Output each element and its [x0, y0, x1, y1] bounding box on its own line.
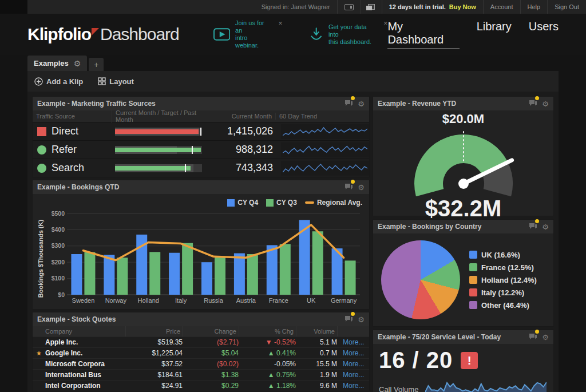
- more-link[interactable]: More...: [337, 360, 367, 368]
- price-value: $24.91: [125, 382, 183, 390]
- current-month-value: 1,415,026: [202, 125, 275, 137]
- help-link[interactable]: Help: [520, 0, 548, 14]
- copy-windows-button[interactable]: [361, 0, 382, 14]
- trial-notice[interactable]: 12 days left in trial. Buy Now: [382, 0, 483, 14]
- logo-flag-icon: [92, 28, 99, 35]
- company-name: Intel Corporation: [45, 382, 125, 390]
- panel-header: Example - Revenue YTD ⚙: [373, 97, 553, 110]
- traffic-source-label: Refer: [52, 144, 77, 156]
- comments-icon[interactable]: [529, 221, 537, 232]
- notification-dot: [535, 330, 539, 334]
- comments-icon[interactable]: [345, 98, 353, 109]
- tab-examples-label: Examples: [34, 59, 69, 68]
- volume-value: 5.1 M: [296, 338, 337, 346]
- nav-users[interactable]: Users: [529, 20, 559, 49]
- comments-icon[interactable]: [345, 182, 353, 192]
- trend-sparkline: [281, 124, 369, 139]
- sign-out-link[interactable]: Sign Out: [547, 0, 586, 14]
- get-data-promo[interactable]: Get your data into this dashboard. ×: [309, 19, 388, 49]
- table-row: Apple Inc.$519.35($2.71)▼ -0.52%5.1 MMor…: [33, 336, 369, 347]
- trend-sparkline: [281, 161, 369, 176]
- panel-header: Example - Bookings QTD ⚙: [33, 180, 369, 194]
- layout-button[interactable]: Layout: [98, 77, 134, 86]
- svg-text:Russia: Russia: [204, 297, 224, 304]
- gear-icon[interactable]: ⚙: [358, 183, 365, 192]
- company-name: International Bus: [45, 371, 125, 379]
- panel-header: Example - Bookings by Country ⚙: [373, 220, 553, 233]
- nav-library[interactable]: Library: [477, 20, 512, 49]
- panel-marketing-traffic: Example - Marketing Traffic Sources ⚙ Tr…: [32, 96, 370, 177]
- account-link[interactable]: Account: [483, 0, 520, 14]
- gear-icon[interactable]: ⚙: [358, 100, 365, 108]
- change-value: ($2.71): [183, 338, 239, 346]
- pie-legend: UK (16.6%) France (12.5%) Holland (12.4%…: [469, 251, 537, 310]
- webinar-promo[interactable]: Join us for an intro webinar. ×: [213, 19, 283, 49]
- pct-change-value: ▼ -0.52%: [239, 338, 296, 346]
- gauge-target-value: $20.0M: [373, 112, 553, 126]
- svg-text:$0: $0: [58, 291, 65, 298]
- top-bar-strip: Signed in: Janet Wagner 12 days left in …: [27, 0, 586, 14]
- klipfolio-logo[interactable]: Klipfolio Dashboard: [27, 25, 179, 44]
- more-link[interactable]: More...: [337, 382, 367, 390]
- svg-text:Norway: Norway: [105, 297, 127, 304]
- nav-my-dashboard[interactable]: My Dashboard: [387, 20, 459, 49]
- company-name: Apple Inc.: [45, 338, 125, 346]
- klipfolio-dashboard-page: Signed in: Janet Wagner 12 days left in …: [0, 0, 586, 392]
- gear-icon[interactable]: ⚙: [542, 100, 549, 108]
- legend-swatch: [227, 199, 235, 207]
- volume-value: 15.5 M: [296, 360, 337, 368]
- legend-swatch: [469, 301, 477, 309]
- change-value: $1.38: [183, 371, 239, 379]
- panel-title: Example - 75/20 Service Level - Today: [378, 333, 501, 341]
- call-volume-label: Call Volume: [379, 385, 418, 392]
- legend-label: Italy (12.2%): [481, 288, 524, 297]
- legend-label: Other (46.4%): [481, 301, 529, 310]
- get-data-promo-text[interactable]: Get your data into this dashboard.: [328, 23, 377, 46]
- legend-label: UK (16.6%): [481, 251, 520, 259]
- more-link[interactable]: More...: [337, 338, 367, 346]
- panel-title: Example - Stock Quotes: [37, 315, 116, 323]
- main-nav: My Dashboard Library Users: [387, 20, 559, 49]
- comments-icon[interactable]: [345, 314, 353, 324]
- fullscreen-button[interactable]: [337, 0, 361, 14]
- promo-banners: Join us for an intro webinar. × Get your…: [213, 19, 388, 49]
- top-bar: Signed in: Janet Wagner 12 days left in …: [0, 0, 586, 14]
- grouped-bar-chart: $0$100$200$300$400$500SwedenNorwayHollan…: [45, 209, 363, 308]
- app-header: Klipfolio Dashboard Join us for an intro…: [0, 14, 586, 55]
- legend-swatch: [469, 288, 477, 296]
- pct-change-value: ▲ 0.41%: [239, 349, 296, 357]
- search-swatch-icon: [37, 164, 46, 173]
- webinar-promo-text[interactable]: Join us for an intro webinar.: [235, 19, 272, 49]
- svg-text:$200: $200: [52, 259, 65, 266]
- bullet-chart: [115, 164, 202, 172]
- traffic-source-label: Search: [52, 162, 84, 174]
- comments-icon[interactable]: [529, 332, 537, 342]
- comments-icon[interactable]: [529, 98, 537, 109]
- star-icon[interactable]: ★: [33, 350, 45, 357]
- windows-icon: [368, 4, 375, 10]
- service-level-value: 16 / 20: [379, 347, 453, 373]
- more-link[interactable]: More...: [337, 371, 367, 379]
- price-value: $184.61: [125, 371, 183, 379]
- add-tab-button[interactable]: +: [89, 58, 104, 71]
- volume-value: 1.9 M: [296, 371, 337, 379]
- download-icon: [309, 27, 323, 42]
- logo-bold-text: Klipfolio: [27, 25, 91, 44]
- signed-in-label: Signed in: Janet Wagner: [255, 0, 337, 14]
- gear-icon[interactable]: ⚙: [358, 315, 365, 324]
- tab-gear-icon[interactable]: ⚙: [74, 59, 81, 68]
- notification-dot: [535, 96, 539, 100]
- close-icon[interactable]: ×: [383, 19, 387, 27]
- pct-change-value: -0.05%: [239, 360, 296, 368]
- buy-now-link[interactable]: Buy Now: [449, 3, 476, 10]
- tab-examples[interactable]: Examples ⚙: [27, 56, 87, 71]
- close-icon[interactable]: ×: [279, 19, 283, 27]
- table-row: Microsoft Corpora$37.52($0.02)-0.05%15.5…: [33, 358, 369, 369]
- dashboard-content: Example - Marketing Traffic Sources ⚙ Tr…: [27, 92, 559, 392]
- legend-label: Regional Avg.: [317, 199, 362, 207]
- more-link[interactable]: More...: [337, 349, 367, 357]
- gear-icon[interactable]: ⚙: [542, 333, 549, 342]
- pct-change-value: ▲ 0.75%: [239, 371, 296, 379]
- gear-icon[interactable]: ⚙: [542, 223, 549, 231]
- add-a-klip-button[interactable]: Add a Klip: [34, 77, 83, 86]
